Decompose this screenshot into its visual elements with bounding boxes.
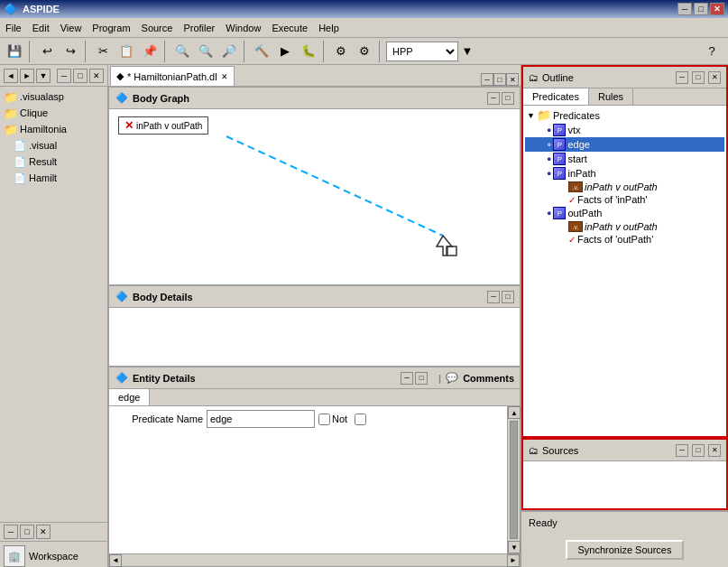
tree-item-visual[interactable]: 📄 .visual [2, 137, 106, 153]
outline-title: Outline [542, 72, 574, 83]
outline-start[interactable]: ● P start [525, 152, 724, 166]
entity-scrollbar-h[interactable]: ◄ ► [109, 553, 520, 566]
toolbar-cut[interactable]: ✂ [92, 41, 114, 62]
tab-close-btn[interactable]: ✕ [221, 72, 228, 81]
ws-maximize[interactable]: □ [20, 525, 34, 539]
menu-source[interactable]: Source [136, 21, 179, 35]
entity-maximize[interactable]: □ [415, 372, 428, 385]
toolbar-build[interactable]: 🔨 [251, 41, 272, 62]
outline-tab-predicates[interactable]: Predicates [523, 88, 589, 105]
not-checkbox[interactable] [318, 414, 330, 425]
graph-node-inpath-outpath[interactable]: ✕ inPath v outPath [118, 116, 208, 135]
body-details-maximize[interactable]: □ [502, 291, 514, 303]
workspace-icon: 🏢 [4, 545, 25, 567]
toolbar-help[interactable]: ? [699, 41, 724, 62]
outline-inpath-facts[interactable]: ✓ Facts of 'inPath' [525, 193, 724, 206]
outline-close[interactable]: ✕ [708, 71, 721, 84]
sidebar-close[interactable]: ✕ [89, 69, 104, 83]
outline-vtx[interactable]: ● P vtx [525, 123, 724, 137]
outline-outpath[interactable]: ● P outPath [525, 206, 724, 220]
toolbar-search3[interactable]: 🔎 [218, 41, 240, 62]
toolbar-search2[interactable]: 🔍 [195, 41, 217, 62]
body-graph-content[interactable]: ✕ inPath v outPath [109, 109, 520, 284]
workspace-area[interactable]: 🏢 Workspace [0, 542, 107, 567]
sources-panel: 🗂 Sources ─ □ ✕ [521, 438, 728, 510]
scroll-thumb[interactable] [510, 421, 518, 539]
ws-minimize[interactable]: ─ [4, 525, 18, 539]
outline-inpath-body[interactable]: .v. inPath v outPath [525, 181, 724, 193]
outline-inpath[interactable]: ● P inPath [525, 166, 724, 181]
body-graph-maximize[interactable]: □ [502, 92, 514, 105]
predicate-name-input[interactable] [207, 410, 315, 428]
sidebar-next[interactable]: ► [20, 69, 34, 83]
menu-view[interactable]: View [55, 21, 88, 35]
vtx-label: vtx [567, 125, 580, 135]
outline-edge[interactable]: ● P edge [525, 137, 724, 152]
outline-tab-rules[interactable]: Rules [589, 88, 633, 105]
entity-tab-edge[interactable]: edge [109, 389, 150, 405]
tree-item-visualasp[interactable]: 📁 .visualasp [2, 88, 106, 105]
outline-outpath-facts[interactable]: ✓ Facts of 'outPath' [525, 233, 724, 246]
toolbar-profile-select[interactable]: HPP [386, 42, 458, 61]
scroll-up-btn[interactable]: ▲ [508, 406, 521, 419]
menu-execute[interactable]: Execute [266, 21, 313, 35]
outline-minimize[interactable]: ─ [676, 71, 688, 84]
close-button[interactable]: ✕ [710, 3, 724, 15]
scroll-left-btn[interactable]: ◄ [109, 554, 122, 567]
scroll-right-btn[interactable]: ► [507, 554, 520, 567]
sources-minimize[interactable]: ─ [676, 444, 688, 457]
toolbar-search[interactable]: 🔍 [171, 41, 193, 62]
tree-item-clique[interactable]: 📁 Clique [2, 105, 106, 121]
inpath-pred-icon: P [553, 167, 566, 180]
outline-outpath-body[interactable]: .v. inPath v outPath [525, 220, 724, 233]
editor-maximize[interactable]: □ [493, 73, 506, 86]
menu-edit[interactable]: Edit [27, 21, 55, 35]
menu-help[interactable]: Help [313, 21, 345, 35]
toolbar-redo[interactable]: ↪ [60, 41, 81, 62]
body-graph-controls: ─ □ [487, 92, 514, 105]
sources-close[interactable]: ✕ [708, 444, 721, 457]
editor-close[interactable]: ✕ [506, 73, 519, 86]
scroll-down-btn[interactable]: ▼ [508, 541, 521, 553]
toolbar-paste[interactable]: 📌 [139, 41, 161, 62]
tree-item-hamiltonia[interactable]: 📁 Hamiltonia [2, 121, 106, 137]
menu-profiler[interactable]: Profiler [178, 21, 220, 35]
extra-checkbox[interactable] [355, 414, 366, 425]
right-panels: 🗂 Outline ─ □ ✕ Predicates Rules ▼ 📁 Pre… [521, 65, 728, 567]
toolbar-settings2[interactable]: ⚙ [354, 41, 375, 62]
toolbar-debug[interactable]: 🐛 [298, 41, 319, 62]
outline-predicates-root[interactable]: ▼ 📁 Predicates [525, 107, 724, 123]
entity-minimize[interactable]: ─ [401, 372, 413, 385]
ws-close[interactable]: ✕ [36, 525, 51, 539]
menu-window[interactable]: Window [220, 21, 266, 35]
toolbar-undo[interactable]: ↩ [36, 41, 58, 62]
maximize-button[interactable]: □ [694, 3, 708, 15]
toolbar-save[interactable]: 💾 [4, 41, 25, 62]
outline-maximize[interactable]: □ [692, 71, 705, 84]
toolbar-run[interactable]: ▶ [274, 41, 296, 62]
editor-tab-hamiltonian[interactable]: ◆ * HamiltonianPath.dl ✕ [110, 66, 235, 86]
sidebar-minimize[interactable]: ─ [57, 69, 71, 83]
sidebar-down[interactable]: ▼ [36, 69, 51, 83]
menu-program[interactable]: Program [87, 21, 135, 35]
menu-file[interactable]: File [0, 21, 27, 35]
entity-tab-bar: edge [109, 389, 520, 406]
toolbar-copy[interactable]: 📋 [115, 41, 137, 62]
toolbar-sep4 [244, 41, 247, 62]
graph-svg [109, 109, 520, 284]
sidebar-maximize[interactable]: □ [73, 69, 88, 83]
editor-area: 🔷 Body Graph ─ □ ✕ inPath v outPath [108, 87, 521, 567]
synchronize-sources-button[interactable]: Synchronize Sources [566, 540, 685, 560]
sources-maximize[interactable]: □ [692, 444, 705, 457]
editor-minimize[interactable]: ─ [481, 73, 493, 86]
entity-scrollbar[interactable]: ▲ ▼ [507, 406, 520, 553]
minimize-button[interactable]: ─ [677, 3, 692, 15]
comments-tab-label[interactable]: Comments [463, 373, 514, 384]
tree-item-hamilt[interactable]: 📄 Hamilt [2, 170, 106, 186]
body-graph-minimize[interactable]: ─ [487, 92, 500, 105]
tree-item-result[interactable]: 📄 Result [2, 153, 106, 170]
sidebar-prev[interactable]: ◄ [4, 69, 18, 83]
toolbar-combo-arrow[interactable]: ▼ [460, 41, 475, 62]
body-details-minimize[interactable]: ─ [487, 291, 500, 303]
toolbar-settings[interactable]: ⚙ [330, 41, 352, 62]
